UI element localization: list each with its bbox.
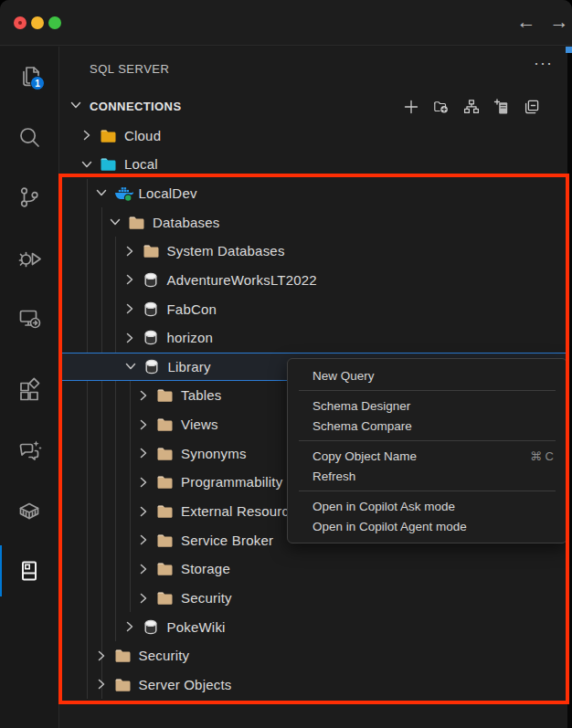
tree-row-databases[interactable]: Databases: [60, 207, 567, 237]
chevron-right-icon[interactable]: [122, 301, 137, 316]
tree-row-label: horizon: [167, 330, 214, 345]
menu-item-label: Copy Object Name: [312, 449, 530, 463]
maximize-window-button[interactable]: [48, 16, 61, 29]
chevron-right-icon[interactable]: [122, 331, 137, 345]
chevron-down-icon[interactable]: [108, 215, 122, 229]
tree-row-horizon[interactable]: horizon: [60, 323, 567, 353]
chevron-right-icon[interactable]: [94, 677, 109, 691]
chevron-down-icon[interactable]: [94, 185, 109, 200]
folder-icon: [114, 676, 132, 693]
menu-item-open-in-copilot-ask-mode[interactable]: Open in Copilot Ask mode: [288, 496, 567, 516]
folder-icon: [156, 473, 174, 491]
folder-icon: [156, 502, 174, 520]
menu-item-label: Schema Designer: [312, 399, 554, 413]
menu-separator: [299, 491, 556, 491]
folder-icon: [156, 445, 174, 462]
docker-activity-icon[interactable]: [0, 480, 58, 541]
chevron-right-icon[interactable]: [136, 388, 151, 403]
tree-row-adventureworkslt2022[interactable]: AdventureWorksLT2022: [60, 266, 567, 295]
remote-explorer-activity-icon[interactable]: [0, 288, 58, 348]
database-icon: [143, 271, 160, 289]
active-item-indicator: [0, 545, 2, 596]
menu-item-label: Schema Compare: [312, 419, 554, 433]
menu-item-refresh[interactable]: Refresh: [288, 466, 567, 486]
extensions-activity-icon[interactable]: [0, 360, 58, 420]
chevron-right-icon[interactable]: [79, 128, 94, 142]
menu-item-label: Open in Copilot Agent mode: [312, 520, 554, 533]
chevron-right-icon[interactable]: [136, 446, 151, 460]
chevron-right-icon[interactable]: [94, 649, 109, 663]
menu-item-label: New Query: [312, 369, 554, 383]
search-activity-icon[interactable]: [0, 107, 58, 167]
folder-icon: [100, 155, 117, 173]
tree-row-server-objects[interactable]: Server Objects: [60, 670, 567, 700]
navigate-forward-icon[interactable]: →: [546, 9, 572, 35]
close-window-button[interactable]: [14, 16, 26, 29]
tree-row-label: Programmability: [181, 474, 282, 490]
database-icon: [143, 301, 160, 318]
activity-bar: 1: [0, 47, 59, 728]
tree-row-label: Cloud: [124, 128, 161, 143]
chevron-down-icon[interactable]: [123, 359, 138, 374]
chevron-down-icon[interactable]: [79, 157, 94, 172]
tree-row-label: Tables: [181, 387, 222, 403]
tree-row-system-databases[interactable]: System Databases: [60, 237, 567, 266]
chevron-right-icon[interactable]: [136, 417, 151, 432]
tree-row-local[interactable]: Local: [60, 150, 567, 179]
scrollbar-top-indicator: [566, 47, 572, 53]
chevron-right-icon[interactable]: [136, 533, 151, 547]
menu-item-open-in-copilot-agent-mode[interactable]: Open in Copilot Agent mode: [288, 516, 567, 536]
tree-row-label: LocalDev: [139, 185, 197, 201]
source-control-activity-icon[interactable]: [0, 167, 58, 227]
minimize-window-button[interactable]: [31, 16, 44, 29]
menu-item-label: Refresh: [312, 470, 554, 483]
tree-row-label: Views: [181, 417, 218, 432]
menu-item-label: Open in Copilot Ask mode: [312, 500, 554, 513]
tree-row-label: PokeWiki: [167, 619, 226, 635]
tree-row-label: Databases: [153, 215, 220, 230]
chevron-right-icon[interactable]: [136, 504, 151, 519]
folder-icon: [156, 589, 174, 607]
tree-row-security[interactable]: Security: [60, 584, 567, 613]
tree-row-pokewiki[interactable]: PokeWiki: [60, 612, 567, 641]
navigate-back-icon[interactable]: ←: [514, 9, 539, 35]
tree-row-label: Security: [139, 648, 190, 663]
chevron-right-icon[interactable]: [122, 272, 137, 287]
menu-item-schema-designer[interactable]: Schema Designer: [288, 396, 567, 416]
explorer-activity-icon[interactable]: 1: [0, 47, 58, 107]
title-bar: ← →: [0, 0, 572, 46]
menu-item-schema-compare[interactable]: Schema Compare: [288, 416, 567, 436]
chevron-right-icon[interactable]: [136, 562, 151, 576]
chevron-right-icon[interactable]: [122, 619, 137, 634]
tree-row-label: External Resources: [181, 503, 304, 519]
tree-row-label: Service Broker: [181, 533, 273, 548]
tree-row-storage[interactable]: Storage: [60, 554, 567, 584]
context-menu: New QuerySchema DesignerSchema CompareCo…: [287, 358, 567, 543]
folder-icon: [128, 214, 145, 231]
chat-activity-icon[interactable]: [0, 420, 58, 480]
chevron-right-icon[interactable]: [136, 591, 151, 606]
menu-separator: [299, 440, 556, 441]
sql-server-activity-icon[interactable]: [0, 541, 58, 601]
tree-row-localdev[interactable]: LocalDev: [60, 179, 567, 208]
menu-item-copy-object-name[interactable]: Copy Object Name⌘ C: [288, 446, 567, 466]
menu-item-new-query[interactable]: New Query: [288, 365, 567, 385]
folder-icon: [156, 560, 174, 577]
tree-row-label: Server Objects: [139, 677, 232, 692]
menu-item-shortcut: ⌘ C: [530, 449, 554, 463]
sql-server-side-panel: SQL SERVER ··· CONNECTIONS CloudLocalLoc…: [60, 47, 567, 728]
tree-row-cloud[interactable]: Cloud: [60, 121, 567, 150]
chevron-right-icon[interactable]: [136, 475, 151, 490]
folder-icon: [100, 127, 117, 144]
database-icon: [143, 618, 160, 636]
folder-icon: [156, 532, 174, 549]
window-right-edge: [567, 47, 572, 728]
app-window: ← → 1 SQL SERVER ··· CONNECTIONS CloudLo…: [0, 0, 572, 728]
tree-row-label: Security: [181, 590, 232, 606]
tree-row-security[interactable]: Security: [60, 641, 567, 670]
tree-row-fabcon[interactable]: FabCon: [60, 294, 567, 323]
chevron-right-icon[interactable]: [122, 244, 137, 258]
tree-row-label: Local: [124, 156, 158, 172]
tree-row-label: Storage: [181, 561, 230, 576]
run-debug-activity-icon[interactable]: [0, 227, 58, 288]
